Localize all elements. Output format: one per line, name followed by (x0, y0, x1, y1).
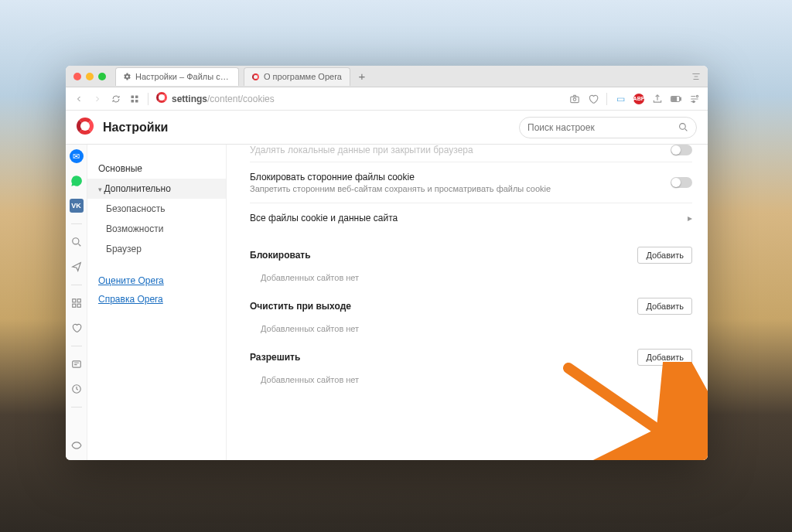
setting-row-all-cookies[interactable]: Все файлы cookie и данные сайта ▸ (250, 203, 692, 233)
whatsapp-icon[interactable] (70, 174, 84, 188)
battery-icon[interactable] (671, 94, 681, 104)
opera-logo-icon (77, 118, 94, 138)
tab-about-opera[interactable]: О программе Opera (244, 67, 350, 86)
minimize-window-button[interactable] (86, 73, 94, 80)
toggle-switch[interactable] (671, 177, 692, 188)
add-clear-button[interactable]: Добавить (637, 298, 692, 315)
rail-separator (71, 346, 82, 346)
gear-icon (122, 72, 131, 81)
rail-separator (71, 285, 82, 285)
add-allow-button[interactable]: Добавить (637, 349, 692, 366)
svg-point-12 (72, 238, 78, 244)
svg-rect-7 (680, 97, 681, 101)
svg-point-11 (680, 124, 686, 130)
section-clear-on-exit: Очистить при выходе Добавить (250, 298, 692, 315)
rail-separator (71, 223, 82, 224)
setting-row-block-3p: Блокировать сторонние файлы cookie Запре… (250, 162, 692, 203)
url-field[interactable]: settings/content/cookies (156, 92, 562, 105)
search-rail-icon[interactable] (70, 235, 84, 249)
search-input[interactable] (527, 122, 674, 133)
share-icon[interactable] (652, 94, 663, 104)
settings-search[interactable] (519, 117, 697, 138)
speed-dial-button[interactable] (129, 94, 140, 104)
history-icon[interactable] (70, 382, 84, 396)
setting-description: Запретить сторонним веб-сайтам сохранять… (250, 184, 671, 193)
news-icon[interactable]: ▭ (615, 94, 626, 104)
search-icon (678, 122, 688, 132)
setting-row-truncated: Удалять локальные данные при закрытии бр… (250, 145, 692, 162)
svg-rect-4 (571, 97, 579, 103)
empty-list-text: Добавленных сайтов нет (250, 366, 692, 386)
send-icon[interactable] (70, 260, 84, 274)
opera-icon (156, 92, 167, 105)
snapshot-icon[interactable] (569, 94, 580, 104)
toggle-switch[interactable] (671, 145, 692, 155)
section-title: Очистить при выходе (250, 301, 351, 312)
svg-rect-13 (72, 299, 75, 302)
section-title: Блокировать (250, 250, 311, 261)
svg-rect-14 (77, 299, 80, 302)
heart-icon[interactable] (588, 94, 599, 104)
chevron-right-icon: ▸ (688, 213, 692, 223)
maximize-window-button[interactable] (98, 73, 106, 80)
empty-list-text: Добавленных сайтов нет (250, 315, 692, 335)
section-title: Разрешить (250, 352, 300, 363)
svg-rect-1 (135, 95, 138, 98)
opera-icon (251, 72, 260, 81)
section-block: Блокировать Добавить (250, 247, 692, 264)
settings-body: ✉ VK Основные Дополнительно Безопасность… (66, 145, 708, 460)
sidebar-item-features[interactable]: Возможности (87, 219, 226, 239)
page-title: Настройки (103, 121, 168, 135)
svg-rect-15 (72, 304, 75, 307)
setting-label: Блокировать сторонние файлы cookie (250, 172, 671, 182)
new-tab-button[interactable]: + (355, 70, 369, 84)
workspaces-icon[interactable] (70, 296, 84, 310)
tab-label: О программе Opera (264, 72, 342, 81)
sidebar-link-rate[interactable]: Оцените Opera (87, 271, 226, 290)
sidebar-item-security[interactable]: Безопасность (87, 199, 226, 219)
sidebar-item-advanced[interactable]: Дополнительно (87, 179, 226, 199)
address-bar: settings/content/cookies ▭ ABP (66, 87, 708, 111)
svg-rect-8 (672, 97, 677, 101)
sidebar-item-browser[interactable]: Браузер (87, 239, 226, 259)
forward-button[interactable] (92, 94, 103, 104)
svg-rect-3 (135, 100, 138, 103)
messenger-icon[interactable]: ✉ (70, 149, 84, 163)
window-controls (70, 73, 111, 80)
settings-rail-icon[interactable] (70, 438, 84, 452)
section-allow: Разрешить Добавить (250, 349, 692, 366)
rail-separator (71, 407, 82, 408)
empty-list-text: Добавленных сайтов нет (250, 264, 692, 284)
bookmarks-heart-icon[interactable] (70, 321, 84, 335)
tabs-menu-icon[interactable] (691, 71, 702, 82)
tab-label: Настройки – Файлы cookie (135, 72, 230, 81)
close-window-button[interactable] (73, 73, 81, 80)
tab-settings-cookies[interactable]: Настройки – Файлы cookie (115, 67, 239, 86)
reload-button[interactable] (111, 94, 121, 104)
adblock-icon[interactable]: ABP (633, 94, 644, 104)
browser-window: Настройки – Файлы cookie О программе Ope… (66, 66, 708, 460)
url-text: settings/content/cookies (172, 94, 275, 104)
vk-icon[interactable]: VK (70, 199, 84, 213)
svg-rect-2 (131, 100, 135, 103)
setting-label: Все файлы cookie и данные сайта (250, 213, 688, 223)
svg-rect-16 (77, 304, 80, 307)
settings-content: Удалять локальные данные при закрытии бр… (227, 145, 708, 460)
sidebar-item-basic[interactable]: Основные (87, 159, 226, 179)
left-rail: ✉ VK (66, 145, 87, 460)
back-button[interactable] (73, 94, 84, 104)
add-block-button[interactable]: Добавить (637, 247, 692, 264)
svg-point-5 (573, 97, 576, 100)
personal-news-icon[interactable] (70, 357, 84, 371)
easy-setup-icon[interactable] (689, 94, 700, 104)
sidebar-link-help[interactable]: Справка Opera (87, 290, 226, 309)
settings-header: Настройки (66, 111, 708, 145)
svg-rect-0 (131, 95, 135, 98)
svg-point-9 (696, 95, 698, 97)
settings-sidebar: Основные Дополнительно Безопасность Возм… (87, 145, 227, 460)
tab-bar: Настройки – Файлы cookie О программе Ope… (66, 66, 708, 87)
setting-label: Удалять локальные данные при закрытии бр… (250, 145, 671, 155)
